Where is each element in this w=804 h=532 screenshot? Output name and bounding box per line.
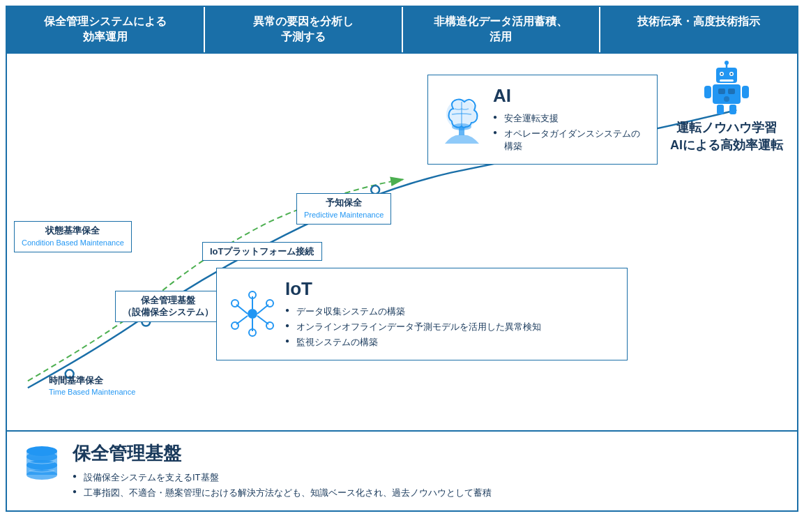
diagram-area: 時間基準保全 Time Based Maintenance 状態基準保全 Con… [7, 54, 797, 430]
iot-icon [228, 278, 277, 350]
bottom-panel-title: 保全管理基盤 [73, 441, 492, 466]
robot-icon [699, 61, 754, 116]
time-based-label: 時間基準保全 Time Based Maintenance [49, 374, 135, 398]
iot-list-item-3: 監視システムの構築 [285, 335, 541, 350]
svg-rect-12 [720, 79, 734, 82]
database-icon [21, 441, 63, 483]
svg-point-34 [266, 322, 273, 329]
svg-rect-16 [717, 105, 724, 114]
ai-panel-list: 安全運転支援 オペレータガイダンスシステムの構築 [493, 111, 646, 154]
iot-list-item-1: データ収集システムの構築 [285, 304, 541, 319]
svg-rect-18 [718, 89, 725, 94]
bottom-panel-content: 保全管理基盤 設備保全システムを支えるIT基盤 工事指図、不適合・懸案管理におけ… [73, 441, 492, 501]
bottom-panel: 保全管理基盤 設備保全システムを支えるIT基盤 工事指図、不適合・懸案管理におけ… [7, 430, 797, 510]
svg-point-7 [725, 61, 729, 65]
header-row: 保全管理システムによる効率運用 異常の要因を分析し予測する 非構造化データ活用蓄… [7, 7, 797, 54]
svg-rect-15 [742, 86, 749, 98]
svg-point-11 [731, 73, 733, 75]
header-box-4: 技術伝承・高度技術指示 [600, 7, 797, 52]
ai-list-item-1: 安全運転支援 [493, 111, 646, 126]
ai-list-item-2: オペレータガイダンスシステムの構築 [493, 126, 646, 154]
ai-panel-content: AI 安全運転支援 オペレータガイダンスシステムの構築 [493, 85, 646, 154]
condition-based-label: 状態基準保全 Condition Based Maintenance [14, 221, 132, 252]
ai-icon [439, 85, 485, 154]
iot-platform-label: IoTプラットフォーム接続 [202, 242, 322, 261]
svg-rect-17 [729, 105, 736, 114]
bottom-list-item-1: 設備保全システムを支えるIT基盤 [73, 470, 492, 485]
db-icon [21, 441, 63, 483]
svg-rect-14 [704, 86, 711, 98]
svg-point-23 [452, 123, 471, 130]
iot-list-item-2: オンラインオフラインデータ予測モデルを活用した異常検知 [285, 319, 541, 335]
svg-point-10 [721, 73, 723, 75]
svg-point-20 [724, 96, 729, 102]
iot-panel-title: IoT [285, 278, 541, 300]
ai-panel-title: AI [493, 85, 646, 107]
header-box-2: 異常の要因を分析し予測する [205, 7, 403, 52]
bottom-list-item-2: 工事指図、不適合・懸案管理における解決方法なども、知識ベース化され、過去ノウハウ… [73, 485, 492, 501]
iot-panel-content: IoT データ収集システムの構築 オンラインオフラインデータ予測モデルを活用した… [285, 278, 541, 350]
svg-point-32 [266, 300, 273, 307]
predictive-label: 予知保全 Predictive Maintenance [296, 193, 391, 225]
svg-point-43 [26, 446, 57, 456]
robot-area: 運転ノウハウ学習AIによる高効率運転 [670, 61, 783, 154]
main-container: 保全管理システムによる効率運用 異常の要因を分析し予測する 非構造化データ活用蓄… [6, 6, 798, 512]
robot-text: 運転ノウハウ学習AIによる高効率運転 [670, 119, 783, 154]
svg-point-30 [232, 322, 238, 329]
svg-point-24 [248, 309, 257, 319]
iot-panel-list: データ収集システムの構築 オンラインオフラインデータ予測モデルを活用した異常検知… [285, 304, 541, 350]
header-box-3: 非構造化データ活用蓄積、活用 [403, 7, 601, 52]
bottom-panel-list: 設備保全システムを支えるIT基盤 工事指図、不適合・懸案管理における解決方法など… [73, 470, 492, 501]
brain-icon [439, 95, 485, 144]
ai-panel: AI 安全運転支援 オペレータガイダンスシステムの構築 [427, 75, 658, 165]
svg-point-28 [232, 300, 238, 307]
maintenance-base-label: 保全管理基盤（設備保全システム） [115, 291, 221, 322]
network-icon [228, 289, 277, 338]
iot-panel: IoT データ収集システムの構築 オンラインオフラインデータ予測モデルを活用した… [216, 268, 628, 360]
svg-rect-19 [728, 89, 735, 94]
header-box-1: 保全管理システムによる効率運用 [7, 7, 205, 52]
